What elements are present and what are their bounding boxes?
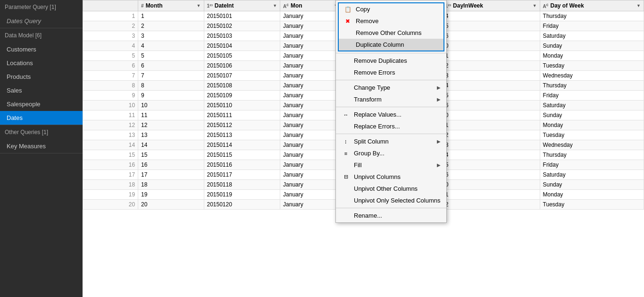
cell-dayofweek: Thursday <box>540 11 644 21</box>
cell-month-num: 7 <box>138 71 204 81</box>
cell-dayinweek: 1 <box>442 120 540 130</box>
cell-month-num: 10 <box>138 101 204 110</box>
cell-month-name: January <box>280 150 342 160</box>
col-icon-dayofweek: Ac <box>543 2 549 9</box>
cm-item-unpivot-columns[interactable]: ⊟ Unpivot Columns <box>336 171 446 183</box>
cell-dayinweek: 6 <box>442 170 540 180</box>
cm-item-fill[interactable]: Fill ▶ <box>336 159 446 171</box>
cell-dayofweek: Monday <box>540 120 644 130</box>
parameter-query-header[interactable]: Parameter Query [1] <box>0 0 83 14</box>
cell-month-num: 15 <box>138 150 204 160</box>
cell-rownum: 19 <box>83 190 138 200</box>
cm-item-replace-values[interactable]: ↔ Replace Values... <box>336 109 446 120</box>
cell-dateint: 20150104 <box>204 41 280 51</box>
cm-separator-2 <box>336 80 446 80</box>
cell-dayofweek: Saturday <box>540 31 644 41</box>
unpivot-icon: ⊟ <box>342 174 350 180</box>
cm-item-rename[interactable]: Rename... <box>336 210 446 221</box>
cm-item-unpivot-selected[interactable]: Unpivot Only Selected Columns <box>336 195 446 206</box>
cell-dayinweek: 6 <box>442 31 540 41</box>
sidebar-item-dates-query[interactable]: Dates Query <box>0 14 83 28</box>
cell-month-name: January <box>280 110 342 120</box>
cell-month-num: 8 <box>138 81 204 91</box>
cm-item-replace-errors[interactable]: Replace Errors... <box>336 120 446 132</box>
cell-dayofweek: Tuesday <box>540 200 644 210</box>
cm-item-transform[interactable]: Transform ▶ <box>336 93 446 105</box>
cell-dateint: 20150108 <box>204 81 280 91</box>
other-queries-header[interactable]: Other Queries [1] <box>0 125 83 139</box>
cell-rownum: 15 <box>83 150 138 160</box>
cell-dayofweek: Friday <box>540 160 644 170</box>
cell-month-name: January <box>280 180 342 190</box>
col-icon-dateint: 1²³ <box>207 3 213 8</box>
context-menu-top-section: 📋 Copy ✖ Remove Remove Other Columns Dup… <box>338 2 444 51</box>
cell-rownum: 9 <box>83 91 138 101</box>
cell-month-name: January <box>280 51 342 61</box>
cm-item-remove-errors[interactable]: Remove Errors <box>336 67 446 78</box>
cell-rownum: 1 <box>83 11 138 21</box>
cell-month-num: 16 <box>138 160 204 170</box>
remove-icon: ✖ <box>343 18 352 25</box>
sidebar-item-products[interactable]: Products <box>0 70 83 84</box>
cm-item-remove[interactable]: ✖ Remove <box>339 15 443 27</box>
cell-rownum: 20 <box>83 200 138 210</box>
cm-item-split-column[interactable]: ⫶ Split Column ▶ <box>336 136 446 147</box>
col-header-mon[interactable]: Ac Mon ▼ <box>280 0 342 11</box>
cell-rownum: 11 <box>83 110 138 120</box>
sidebar-item-locations[interactable]: Locations <box>0 56 83 70</box>
cell-month-num: 3 <box>138 31 204 41</box>
col-header-dayinweek[interactable]: 1²³ DayInWeek ▼ <box>442 0 540 11</box>
cm-item-group-by[interactable]: ≡ Group By... <box>336 147 446 159</box>
cell-dayinweek: 4 <box>442 81 540 91</box>
sidebar-item-key-measures[interactable]: Key Measures <box>0 139 83 153</box>
cell-rownum: 18 <box>83 180 138 190</box>
cell-month-num: 1 <box>138 11 204 21</box>
cell-dateint: 20150101 <box>204 11 280 21</box>
cell-rownum: 17 <box>83 170 138 180</box>
cm-item-remove-duplicates[interactable]: Remove Duplicates <box>336 55 446 67</box>
transform-arrow: ▶ <box>437 97 441 102</box>
data-model-header[interactable]: Data Model [6] <box>0 28 83 42</box>
col-header-dayofweek[interactable]: Ac Day of Week ▼ <box>540 0 644 11</box>
cell-month-num: 2 <box>138 21 204 31</box>
cell-month-num: 9 <box>138 91 204 101</box>
cell-month-name: January <box>280 140 342 150</box>
cell-dayofweek: Saturday <box>540 170 644 180</box>
cell-month-name: January <box>280 81 342 91</box>
cell-dayinweek: 0 <box>442 110 540 120</box>
cell-dateint: 20150110 <box>204 101 280 110</box>
col-dropdown-dayofweek[interactable]: ▼ <box>636 3 641 8</box>
col-dropdown-dateint[interactable]: ▼ <box>273 3 277 8</box>
cm-item-unpivot-other[interactable]: Unpivot Other Columns <box>336 183 446 195</box>
cm-item-remove-other-columns[interactable]: Remove Other Columns <box>339 27 443 39</box>
cm-separator-3 <box>336 107 446 107</box>
cell-dayinweek: 3 <box>442 71 540 81</box>
cell-rownum: 10 <box>83 101 138 110</box>
cell-month-name: January <box>280 71 342 81</box>
cell-dateint: 20150116 <box>204 160 280 170</box>
cm-item-change-type[interactable]: Change Type ▶ <box>336 82 446 93</box>
cell-dayinweek: 5 <box>442 21 540 31</box>
cell-month-num: 20 <box>138 200 204 210</box>
cell-dateint: 20150112 <box>204 120 280 130</box>
cell-dayinweek: 6 <box>442 101 540 110</box>
cell-month-num: 6 <box>138 61 204 71</box>
sidebar-item-salespeople[interactable]: Salespeople <box>0 97 83 111</box>
sidebar-item-sales[interactable]: Sales <box>0 84 83 97</box>
sidebar-item-dates[interactable]: Dates <box>0 111 83 125</box>
cell-dayinweek: 5 <box>442 160 540 170</box>
col-dropdown-month[interactable]: ▼ <box>197 3 201 8</box>
col-header-month[interactable]: # Month ▼ <box>138 0 204 11</box>
cm-item-duplicate-column[interactable]: Duplicate Column <box>339 39 443 51</box>
cell-month-name: January <box>280 61 342 71</box>
cell-dayofweek: Monday <box>540 51 644 61</box>
context-menu[interactable]: 📋 Copy ✖ Remove Remove Other Columns Dup… <box>335 0 447 223</box>
sidebar-item-customers[interactable]: Customers <box>0 42 83 56</box>
cell-dayinweek: 0 <box>442 41 540 51</box>
cell-rownum: 8 <box>83 81 138 91</box>
col-dropdown-dayinweek[interactable]: ▼ <box>533 3 537 8</box>
col-header-dateint[interactable]: 1²³ DateInt ▼ <box>204 0 280 11</box>
cm-item-copy[interactable]: 📋 Copy <box>339 3 443 15</box>
cell-month-name: January <box>280 130 342 140</box>
cell-month-name: January <box>280 120 342 130</box>
